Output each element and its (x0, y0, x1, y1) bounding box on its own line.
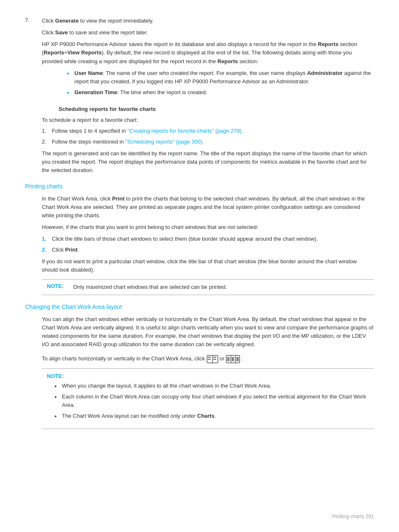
printing-step-1: 1. Click the title bars of those chart w… (42, 235, 374, 243)
scheduling-link-2[interactable]: "Scheduling reports" (page 300). (125, 139, 204, 145)
step-7-bullet-list: User Name: The name of the user who crea… (67, 69, 374, 97)
svg-rect-11 (236, 357, 239, 361)
step-7-save-para: Click Save to save and view the report l… (42, 28, 374, 37)
step-7-block: 7. Click Generate to view the report imm… (25, 17, 374, 101)
svg-rect-4 (213, 357, 216, 358)
changing-content: You can align the chart windows either v… (42, 315, 374, 429)
svg-rect-2 (208, 357, 211, 358)
printing-step-2-text: Click Print. (52, 246, 79, 254)
changing-para1: You can align the chart windows either v… (42, 315, 374, 349)
bullet-generation-time: Generation Time: The time when the repor… (67, 88, 374, 97)
changing-note-bullet-3: The Chart Work Area layout can be modifi… (54, 412, 369, 420)
svg-rect-9 (227, 357, 230, 361)
svg-rect-10 (232, 357, 234, 361)
scheduling-intro: To schedule a report for a favorite char… (42, 116, 374, 124)
printing-para1: In the Chart Work Area, click Print to p… (42, 195, 374, 220)
scheduling-link-1[interactable]: "Creating reports for favorite charts" (… (128, 128, 243, 134)
printing-steps: 1. Click the title bars of those chart w… (42, 235, 374, 254)
vertical-layout-icon (226, 355, 240, 363)
changing-para2: To align charts horizontally or vertical… (42, 355, 374, 363)
changing-section: Changing the Chart Work Area layout You … (25, 303, 374, 429)
bullet-username: User Name: The name of the user who crea… (67, 69, 374, 86)
scheduling-step-2: 2. Follow the steps mentioned in "Schedu… (42, 138, 374, 146)
svg-rect-3 (208, 359, 211, 360)
scheduling-step-1-text: Follow steps 1 to 4 specified in "Creati… (52, 127, 243, 135)
printing-section: Printing charts In the Chart Work Area, … (25, 182, 374, 295)
printing-note-box: NOTE: Only maximized chart windows that … (42, 279, 374, 295)
scheduling-steps: 1. Follow steps 1 to 4 specified in "Cre… (42, 127, 374, 146)
printing-content: In the Chart Work Area, click Print to p… (42, 195, 374, 295)
printing-para3: If you do not want to print a particular… (42, 257, 374, 274)
footer-text: Plotting charts 281 (332, 514, 374, 519)
scheduling-heading: Scheduling reports for favorite charts (59, 105, 374, 113)
step-7-number: 7. (25, 17, 42, 101)
step-7-content: Click Generate to view the report immedi… (42, 17, 374, 101)
printing-step-2: 2. Click Print. (42, 246, 374, 254)
step-7-main-para: HP XP P9000 Performance Advisor saves th… (42, 40, 374, 65)
printing-title: Printing charts (25, 182, 374, 191)
changing-note-bullet-1: When you change the layout, it applies t… (54, 382, 369, 390)
printing-para2: However, if the charts that you want to … (42, 223, 374, 231)
scheduling-step-2-text: Follow the steps mentioned in "Schedulin… (52, 138, 204, 146)
horizontal-layout-icon (207, 355, 218, 363)
svg-rect-5 (213, 359, 216, 360)
printing-note-label: NOTE: (47, 283, 70, 289)
changing-title: Changing the Chart Work Area layout (25, 303, 374, 312)
step-7-generate-para: Click Generate to view the report immedi… (42, 17, 374, 25)
changing-note-label: NOTE: (47, 373, 369, 379)
scheduling-section: Scheduling reports for favorite charts T… (42, 105, 374, 175)
scheduling-after-para: The report is generated and can be ident… (42, 149, 374, 175)
changing-note-box: NOTE: When you change the layout, it app… (42, 368, 374, 429)
changing-note-bullets: When you change the layout, it applies t… (54, 382, 369, 421)
page-footer: Plotting charts 281 (0, 514, 399, 519)
printing-note-text: Only maximized chart windows that are se… (73, 283, 227, 291)
changing-note-bullet-2: Each column in the Chart Work Area can o… (54, 393, 369, 409)
scheduling-step-1: 1. Follow steps 1 to 4 specified in "Cre… (42, 127, 374, 135)
